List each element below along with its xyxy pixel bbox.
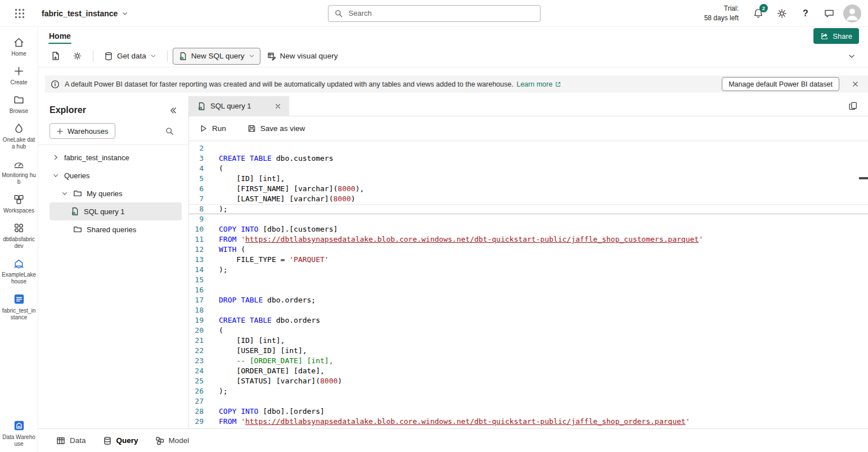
save-as-view-button[interactable]: Save as view (244, 122, 309, 135)
warehouse-settings-button[interactable] (67, 48, 88, 65)
get-data-button[interactable]: Get data (98, 48, 162, 65)
code-line[interactable]: 24 [ORDER_DATE] [date], (189, 366, 868, 376)
code-line[interactable]: 15 (189, 275, 868, 285)
browse-icon (13, 94, 25, 106)
view-tab-model[interactable]: Model (155, 436, 190, 445)
rail-item-onelake-data-hub[interactable]: OneLake data hub (0, 119, 38, 154)
code-line[interactable]: 28COPY INTO [dbo].[orders] (189, 406, 868, 417)
copy-button[interactable] (845, 98, 861, 114)
view-switcher-bar: Data Query Model (38, 428, 868, 452)
code-line[interactable]: 23 -- [ORDER_DATE] [int], (189, 356, 868, 366)
code-line[interactable]: 20( (189, 326, 868, 336)
tab-close-button[interactable] (272, 101, 284, 112)
gear-icon (776, 8, 788, 19)
code-line[interactable]: 6 [FIRST_NAME] [varchar](8000), (189, 184, 868, 194)
banner-close-button[interactable] (848, 77, 862, 92)
line-number: 8 (189, 204, 204, 214)
explorer-title: Explorer (50, 105, 169, 115)
feedback-button[interactable] (820, 4, 839, 23)
line-number: 5 (189, 174, 204, 184)
rail-item-examplelakehouse[interactable]: ExampleLakehouse (0, 254, 38, 289)
account-avatar[interactable] (843, 4, 861, 22)
code-line[interactable]: 2 (189, 143, 868, 153)
code-line[interactable]: 11FROM 'https://dbtlabsynapsedatalake.bl… (189, 234, 868, 245)
code-line[interactable]: 14); (189, 265, 868, 275)
tree-item-sql-query-1[interactable]: SQL query 1 (50, 202, 182, 220)
line-number: 9 (189, 214, 204, 224)
manage-default-dataset-button[interactable]: Manage default Power BI dataset (722, 77, 839, 91)
view-tab-data[interactable]: Data (56, 436, 86, 445)
tree-item-my-queries[interactable]: My queries (38, 184, 188, 202)
code-line[interactable]: 19CREATE TABLE dbo.orders (189, 315, 868, 326)
rail-item-home[interactable]: Home (0, 33, 38, 61)
code-line[interactable]: 4( (189, 164, 868, 174)
code-line[interactable]: 3CREATE TABLE dbo.customers (189, 153, 868, 164)
help-button[interactable]: ? (796, 4, 815, 23)
code-line[interactable]: 5 [ID] [int], (189, 174, 868, 184)
search-input[interactable] (348, 8, 534, 18)
code-line[interactable]: 27 (189, 396, 868, 406)
rail-item-dbtlabsfabricdev[interactable]: dbtlabsfabricdev (0, 218, 38, 254)
code-lines: 23CREATE TABLE dbo.customers4(5 [ID] [in… (189, 143, 868, 427)
code-line[interactable]: 29FROM 'https://dbtlabsynapsedatalake.bl… (189, 417, 868, 427)
line-number: 25 (189, 376, 204, 386)
code-line[interactable]: 10COPY INTO [dbo].[customers] (189, 224, 868, 234)
rail-item-fabric-test-instance[interactable]: fabric_test_instance (0, 289, 38, 325)
gear-icon (73, 51, 82, 61)
rail-item-monitoring-hub[interactable]: Monitoring hub (0, 154, 38, 189)
query-icon (103, 436, 112, 445)
code-line[interactable]: 13 FILE_TYPE = 'PARQUET' (189, 255, 868, 265)
close-icon (275, 103, 281, 110)
workspaces-icon (13, 193, 25, 205)
top-bar: fabric_test_instance Trial: 58 days left… (0, 0, 868, 27)
explorer-search-button[interactable] (161, 123, 177, 139)
code-line[interactable]: 22 [USER_ID] [int], (189, 346, 868, 356)
editor-overview-mark[interactable] (859, 177, 868, 179)
share-button[interactable]: Share (813, 28, 859, 44)
code-line[interactable]: 26); (189, 386, 868, 396)
collapse-panel-button[interactable] (169, 106, 177, 115)
ribbon-tab-strip: Home Share (38, 27, 868, 45)
rail-item-browse[interactable]: Browse (0, 90, 38, 119)
new-sql-query-button[interactable]: New SQL query (173, 48, 260, 65)
code-line[interactable]: 12WITH ( (189, 245, 868, 255)
workspace-switcher[interactable]: fabric_test_instance (42, 9, 128, 18)
tree-item-shared-queries[interactable]: Shared queries (38, 220, 188, 238)
learn-more-link[interactable]: Learn more (516, 80, 561, 88)
tab-home[interactable]: Home (47, 29, 73, 43)
sql-code-editor[interactable]: 23CREATE TABLE dbo.customers4(5 [ID] [in… (189, 141, 868, 428)
rail-item-create[interactable]: Create (0, 61, 38, 90)
home-icon (13, 37, 25, 48)
ribbon-collapse-button[interactable] (842, 47, 861, 66)
code-line[interactable]: 8); (189, 204, 868, 214)
external-link-icon (555, 81, 561, 88)
code-line[interactable]: 25 [STATUS] [varchar](8000) (189, 376, 868, 386)
rail-item-workspaces[interactable]: Workspaces (0, 189, 38, 218)
view-tab-query[interactable]: Query (103, 436, 138, 445)
line-number: 27 (189, 396, 204, 406)
code-line[interactable]: 7 [LAST_NAME] [varchar](8000) (189, 194, 868, 204)
dataset-info-banner: A default Power BI dataset for faster re… (45, 75, 868, 93)
app-launcher-icon[interactable] (12, 6, 27, 21)
new-report-button[interactable] (45, 48, 66, 65)
tree-item-warehouse-root[interactable]: fabric_test_instance (38, 148, 188, 166)
folder-icon (73, 189, 82, 198)
code-line[interactable]: 21 [ID] [int], (189, 336, 868, 346)
settings-button[interactable] (772, 4, 791, 23)
notifications-button[interactable]: 2 (749, 4, 768, 23)
add-warehouses-button[interactable]: Warehouses (50, 123, 115, 139)
new-visual-query-button[interactable]: New visual query (262, 48, 344, 65)
trial-status: Trial: 58 days left (704, 4, 739, 22)
play-icon (199, 124, 208, 133)
code-line[interactable]: 16 (189, 285, 868, 295)
run-button[interactable]: Run (196, 122, 230, 135)
line-number: 7 (189, 194, 204, 204)
tree-item-queries[interactable]: Queries (38, 166, 188, 184)
rail-item-data-warehouse[interactable]: Data Warehouse (0, 415, 38, 452)
code-line[interactable]: 9 (189, 214, 868, 224)
feedback-icon (824, 8, 835, 19)
code-line[interactable]: 18 (189, 305, 868, 315)
code-line[interactable]: 17DROP TABLE dbo.orders; (189, 295, 868, 305)
tab-sql-query-1[interactable]: SQL query 1 (189, 96, 289, 116)
line-number: 16 (189, 285, 204, 295)
